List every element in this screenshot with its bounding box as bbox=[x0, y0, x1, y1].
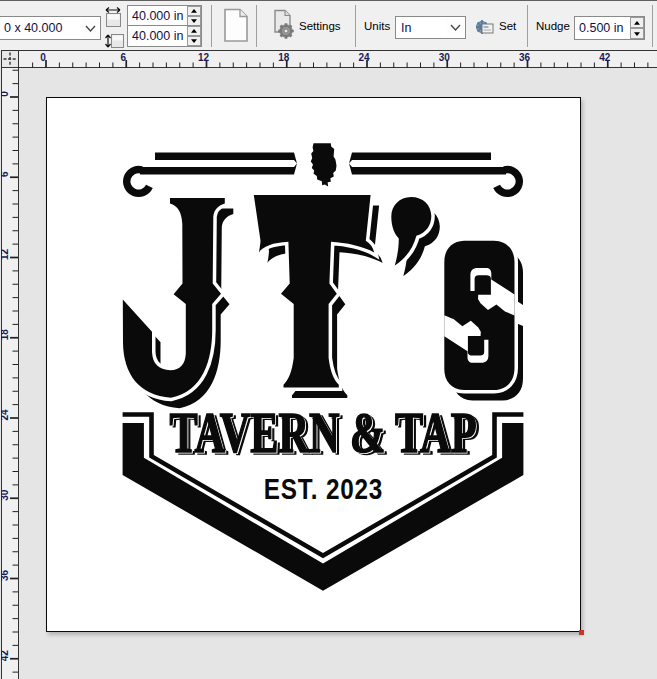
svg-text:6: 6 bbox=[120, 52, 126, 63]
svg-text:42: 42 bbox=[1, 650, 10, 662]
svg-text:6: 6 bbox=[1, 171, 10, 177]
svg-text:30: 30 bbox=[1, 489, 10, 501]
svg-text:30: 30 bbox=[439, 52, 451, 63]
svg-text:EST. 2023: EST. 2023 bbox=[264, 472, 383, 506]
svg-text:18: 18 bbox=[1, 329, 10, 341]
svg-text:TAVERN & TAP: TAVERN & TAP bbox=[170, 402, 477, 464]
svg-text:42: 42 bbox=[599, 52, 611, 63]
svg-text:0: 0 bbox=[40, 52, 46, 63]
svg-text:12: 12 bbox=[198, 52, 210, 63]
svg-text:36: 36 bbox=[1, 570, 10, 582]
svg-text:0: 0 bbox=[1, 91, 10, 97]
svg-text:12: 12 bbox=[1, 249, 10, 261]
svg-text:24: 24 bbox=[1, 409, 10, 421]
svg-text:24: 24 bbox=[358, 52, 370, 63]
svg-text:36: 36 bbox=[519, 52, 531, 63]
svg-text:18: 18 bbox=[278, 52, 290, 63]
